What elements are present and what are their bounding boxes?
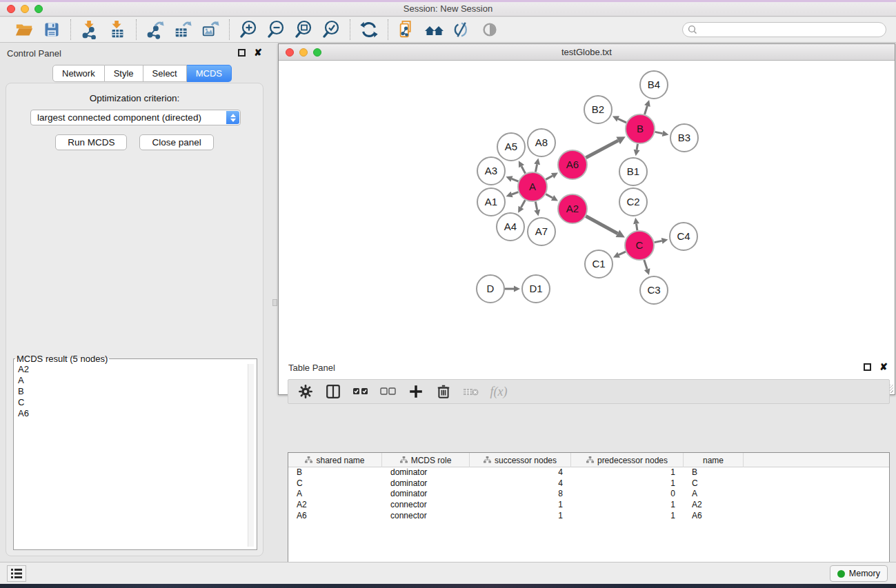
column-header-shared-name[interactable]: shared name bbox=[288, 453, 382, 467]
import-table-icon[interactable] bbox=[106, 19, 129, 41]
zoom-selected-icon[interactable] bbox=[319, 19, 343, 41]
cell-predecessor-nodes[interactable]: 1 bbox=[571, 500, 675, 511]
svg-text:A5: A5 bbox=[505, 141, 517, 152]
gear-icon[interactable] bbox=[297, 383, 315, 401]
cell-predecessor-nodes[interactable]: 1 bbox=[571, 467, 675, 478]
task-history-button[interactable] bbox=[7, 565, 26, 582]
function-builder-icon[interactable]: f(x) bbox=[490, 383, 508, 401]
optimization-criterion-select[interactable]: largest connected component (directed) bbox=[30, 110, 241, 125]
clone-network-icon[interactable] bbox=[395, 19, 419, 41]
svg-text:A7: A7 bbox=[535, 225, 548, 237]
delete-table-icon[interactable] bbox=[462, 383, 480, 401]
zoom-out-icon[interactable] bbox=[264, 19, 288, 41]
contrast-eye-icon[interactable] bbox=[478, 19, 501, 41]
network-window-titlebar[interactable]: testGlobe.txt bbox=[279, 44, 895, 61]
import-network-icon[interactable] bbox=[78, 19, 101, 41]
cell-mcds-role[interactable]: connector bbox=[390, 511, 466, 522]
list-item[interactable]: A bbox=[15, 375, 255, 386]
table-header-row: shared name MCDS role successor nodes pr… bbox=[288, 453, 889, 467]
list-item[interactable]: A6 bbox=[15, 408, 255, 419]
tab-style[interactable]: Style bbox=[105, 65, 143, 82]
svg-text:C2: C2 bbox=[626, 196, 639, 207]
save-icon[interactable] bbox=[40, 19, 63, 41]
cell-shared-name[interactable]: A6 bbox=[297, 511, 379, 522]
export-image-icon[interactable] bbox=[199, 19, 222, 41]
search-input[interactable] bbox=[682, 22, 886, 37]
close-table-panel-icon[interactable]: ✘ bbox=[879, 363, 888, 371]
cell-shared-name[interactable]: C bbox=[297, 478, 379, 489]
float-panel-icon[interactable] bbox=[238, 49, 246, 57]
cell-successor-nodes[interactable]: 4 bbox=[470, 478, 563, 489]
zoom-fit-icon[interactable] bbox=[292, 19, 315, 41]
add-column-icon[interactable] bbox=[407, 383, 425, 401]
cell-successor-nodes[interactable]: 1 bbox=[470, 511, 563, 522]
search-field-wrap bbox=[682, 22, 886, 37]
vertical-splitter-grip[interactable] bbox=[272, 299, 277, 306]
cell-name[interactable]: A2 bbox=[692, 500, 740, 511]
cell-predecessor-nodes[interactable]: 0 bbox=[571, 489, 675, 500]
mcds-result-list[interactable]: A2 A B C A6 bbox=[15, 364, 255, 548]
open-folder-icon[interactable] bbox=[12, 19, 36, 41]
table-toolbar: f(x) bbox=[288, 379, 890, 404]
optimization-criterion-label: Optimization criterion: bbox=[6, 93, 263, 103]
cell-name[interactable]: B bbox=[692, 467, 740, 478]
zoom-in-icon[interactable] bbox=[237, 19, 260, 41]
table-row[interactable]: A dominator 8 0 A bbox=[288, 489, 889, 500]
svg-text:A6: A6 bbox=[566, 159, 579, 170]
close-panel-button[interactable]: Close panel bbox=[139, 134, 213, 150]
cell-successor-nodes[interactable]: 8 bbox=[470, 489, 563, 500]
export-network-icon[interactable] bbox=[143, 19, 167, 41]
cell-predecessor-nodes[interactable]: 1 bbox=[571, 478, 675, 489]
run-mcds-button[interactable]: Run MCDS bbox=[55, 134, 127, 150]
list-item[interactable]: C bbox=[15, 397, 255, 408]
home-networks-icon[interactable] bbox=[423, 19, 446, 41]
deselect-all-icon[interactable] bbox=[379, 383, 397, 401]
tab-network[interactable]: Network bbox=[52, 65, 105, 82]
tab-mcds[interactable]: MCDS bbox=[187, 65, 232, 82]
column-header-successor-nodes[interactable]: successor nodes bbox=[470, 453, 571, 467]
cell-predecessor-nodes[interactable]: 1 bbox=[571, 511, 675, 522]
cell-mcds-role[interactable]: dominator bbox=[390, 478, 466, 489]
memory-status-icon bbox=[837, 570, 845, 578]
cell-mcds-role[interactable]: dominator bbox=[390, 489, 466, 500]
control-panel-title: Control Panel bbox=[7, 48, 61, 59]
table-row[interactable]: A2 connector 1 1 A2 bbox=[288, 500, 889, 511]
hide-graphics-details-icon[interactable] bbox=[450, 19, 474, 41]
result-scrollbar[interactable] bbox=[248, 364, 254, 547]
cell-mcds-role[interactable]: connector bbox=[390, 500, 466, 511]
select-all-icon[interactable] bbox=[352, 383, 370, 401]
cell-name[interactable]: C bbox=[692, 478, 740, 489]
cell-successor-nodes[interactable]: 1 bbox=[470, 500, 563, 511]
column-header-name[interactable]: name bbox=[684, 453, 744, 467]
export-table-icon[interactable] bbox=[171, 19, 195, 41]
cell-shared-name[interactable]: B bbox=[297, 467, 379, 478]
memory-button[interactable]: Memory bbox=[830, 565, 888, 582]
cell-shared-name[interactable]: A2 bbox=[297, 500, 379, 511]
cell-name[interactable]: A6 bbox=[692, 511, 740, 522]
list-item[interactable]: B bbox=[15, 386, 255, 397]
network-window-title: testGlobe.txt bbox=[279, 47, 895, 57]
cell-mcds-role[interactable]: dominator bbox=[390, 467, 466, 478]
delete-column-icon[interactable] bbox=[435, 383, 452, 401]
list-item[interactable]: A2 bbox=[15, 364, 255, 375]
status-bar: Memory bbox=[0, 562, 896, 584]
cell-successor-nodes[interactable]: 4 bbox=[470, 467, 563, 478]
column-header-predecessor-nodes[interactable]: predecessor nodes bbox=[571, 453, 684, 467]
float-table-panel-icon[interactable] bbox=[864, 363, 871, 371]
mcds-result-title: MCDS result (5 nodes) bbox=[15, 354, 109, 364]
table-row[interactable]: C dominator 4 1 C bbox=[288, 478, 889, 489]
svg-text:C1: C1 bbox=[592, 258, 605, 270]
cell-name[interactable]: A bbox=[692, 489, 740, 500]
close-panel-icon[interactable]: ✘ bbox=[254, 49, 262, 57]
refresh-layout-icon[interactable] bbox=[357, 19, 381, 41]
table-row[interactable]: B dominator 4 1 B bbox=[288, 467, 889, 478]
table-row[interactable]: A6 connector 1 1 A6 bbox=[288, 511, 889, 522]
column-header-mcds-role[interactable]: MCDS role bbox=[382, 453, 470, 467]
memory-label: Memory bbox=[849, 569, 880, 578]
search-icon bbox=[688, 25, 697, 34]
cell-shared-name[interactable]: A bbox=[297, 489, 379, 500]
shared-column-icon bbox=[586, 456, 594, 464]
network-canvas[interactable]: B4B2BB3A8A5A6A3B1AA1C2A2A4A7C4CC1C3DD1 bbox=[279, 61, 894, 394]
tab-select[interactable]: Select bbox=[143, 65, 187, 82]
column-browser-icon[interactable] bbox=[324, 383, 342, 401]
